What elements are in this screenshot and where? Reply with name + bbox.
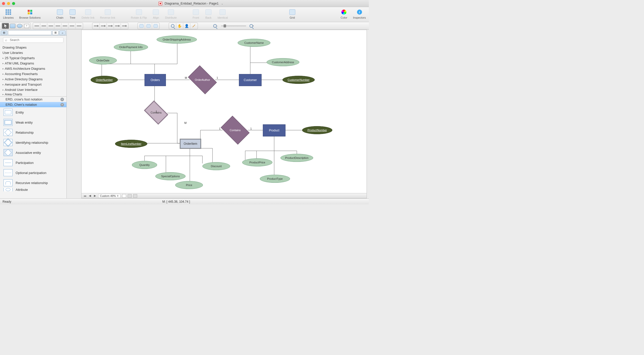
attr-product-price[interactable]: ProductPrice	[242, 158, 272, 166]
page-prev-button[interactable]: ◀	[88, 194, 92, 198]
pencil-tool[interactable]	[190, 23, 197, 29]
line-tool-4[interactable]	[114, 23, 121, 29]
shape-recursive[interactable]: Recursive relationship	[0, 178, 66, 188]
attr-quantity[interactable]: Quantity	[132, 161, 157, 169]
zoom-out-icon[interactable]: −	[212, 23, 219, 29]
shape-weak-entity[interactable]: Weak entity	[0, 117, 66, 127]
sidebar-item-aerospace[interactable]: ▸Aerospace and Transport	[0, 82, 66, 87]
identical-button: Identical	[217, 8, 228, 20]
sidebar-grid-view[interactable]: ⊞	[52, 30, 58, 35]
page-tab-2[interactable]	[128, 194, 132, 198]
attr-item-line[interactable]: ItemLineNumber	[115, 140, 147, 148]
text-tool[interactable]: ≡	[23, 23, 30, 29]
attr-orderdate[interactable]: OrderDate	[89, 56, 117, 64]
sidebar-item-drawing-shapes[interactable]: Drawing Shapes	[0, 45, 66, 50]
user-tool[interactable]: 👤	[183, 23, 190, 29]
ellipse-tool[interactable]	[16, 23, 23, 29]
tree-button[interactable]: Tree	[68, 8, 77, 20]
entity-orders[interactable]: Orders	[145, 74, 166, 86]
delete-link-button: Delete link	[81, 8, 95, 20]
entity-customer[interactable]: Customer	[239, 74, 262, 86]
window-close-button[interactable]	[2, 2, 5, 5]
shape-identifying-relationship[interactable]: Identifying relationship	[0, 137, 66, 148]
connector-tool-2[interactable]	[40, 23, 47, 29]
sidebar-view-toggle[interactable]: ▤	[1, 30, 7, 35]
entity-product[interactable]: Product	[263, 124, 285, 136]
rel-contains-left[interactable]: Contains	[146, 105, 166, 120]
back-button: Back	[204, 8, 212, 20]
inspectors-button[interactable]: iInspectors	[352, 8, 366, 20]
pointer-tool[interactable]	[2, 23, 9, 29]
page-next-button[interactable]: ▶	[93, 194, 97, 198]
attr-special-options[interactable]: SpecialOptions	[155, 172, 186, 180]
zoom-select[interactable]: Custom 49%⇕	[98, 194, 121, 198]
libraries-button[interactable]: Libraries	[3, 8, 14, 20]
sidebar-item-active-directory[interactable]: ▸Active Directory Diagrams	[0, 77, 66, 82]
attr-order-payment[interactable]: OrderPayment Info	[114, 43, 148, 51]
browse-solutions-button[interactable]: Browse Solutions	[19, 8, 41, 20]
sidebar-filter-input[interactable]	[8, 30, 51, 35]
attr-customer-address[interactable]: CustomerAddress	[267, 58, 299, 66]
rel-contains-right[interactable]: Contains	[223, 122, 247, 138]
rel-orderauthor[interactable]: OrderAuthor	[190, 72, 214, 88]
library-tab-chen[interactable]: ERD, Chen's notation ×	[0, 102, 66, 107]
pan-tool[interactable]: ✋	[176, 23, 183, 29]
close-icon[interactable]: ×	[60, 98, 64, 101]
page-first-button[interactable]: ⏮	[83, 194, 87, 198]
connector-tool-7[interactable]	[76, 23, 83, 29]
sidebar-item-area-charts[interactable]: ▸Area Charts	[0, 92, 66, 96]
zoom-slider[interactable]	[221, 25, 246, 26]
attr-order-number[interactable]: OrderNumber	[91, 76, 118, 84]
attr-product-type[interactable]: ProductType	[260, 175, 290, 183]
shape-attribute[interactable]: Attribute	[0, 188, 66, 191]
rect-tool[interactable]	[9, 23, 16, 29]
connector-tool-5[interactable]	[61, 23, 68, 29]
connector-tool-3[interactable]	[47, 23, 54, 29]
grid-button[interactable]: Grid	[288, 8, 296, 20]
zoom-tool[interactable]	[169, 23, 176, 29]
misc-tool-1[interactable]	[138, 23, 145, 29]
line-tool-3[interactable]	[107, 23, 114, 29]
window-zoom-button[interactable]	[12, 2, 15, 5]
connector-tool-1[interactable]	[33, 23, 40, 29]
attr-product-description[interactable]: ProductDescription	[280, 154, 313, 162]
shape-entity[interactable]: Entity	[0, 107, 66, 117]
attr-customer-number[interactable]: CustomerNumber	[282, 76, 315, 84]
sidebar-search-toggle[interactable]: ⌕	[59, 30, 65, 35]
page-tab-3[interactable]	[133, 194, 137, 198]
chevron-down-icon[interactable]: ⌄	[221, 2, 223, 5]
entity-orderitem[interactable]: OrderItem	[180, 139, 201, 149]
sidebar-item-aws[interactable]: ▸AWS Architecture Diagrams	[0, 66, 66, 71]
shape-associative-entity[interactable]: Associative entity	[0, 148, 66, 158]
connector-tool-6[interactable]	[68, 23, 76, 29]
line-tool-2[interactable]	[100, 23, 107, 29]
drawing-canvas[interactable]: Orders Customer Product OrderItem OrderA…	[81, 30, 367, 198]
window-minimize-button[interactable]	[7, 2, 10, 5]
sidebar-item-android[interactable]: ▸Android User Interface	[0, 87, 66, 92]
close-icon[interactable]: ×	[60, 103, 64, 106]
chain-button[interactable]: Chain	[56, 8, 64, 20]
library-search-input[interactable]	[3, 37, 63, 43]
attr-customer-name[interactable]: CustomerName	[238, 39, 270, 47]
attr-price[interactable]: Price	[175, 181, 203, 189]
shape-relationship[interactable]: Relationship	[0, 127, 66, 137]
misc-tool-2[interactable]	[145, 23, 152, 29]
line-tool-1[interactable]	[93, 23, 100, 29]
zoom-in-icon[interactable]: +	[248, 23, 255, 29]
status-ready: Ready	[3, 200, 11, 203]
sidebar-item-accounting[interactable]: ▸Accounting Flowcharts	[0, 71, 66, 77]
library-tab-crowfoot[interactable]: ERD, crow's foot notation ×	[0, 97, 66, 102]
sidebar-item-atm-uml[interactable]: ▸ATM UML Diagrams	[0, 61, 66, 66]
shape-optional-participation[interactable]: Optional participation	[0, 168, 66, 178]
color-button[interactable]: Color	[340, 8, 348, 20]
line-tool-5[interactable]	[121, 23, 128, 29]
shape-participation[interactable]: Participation	[0, 158, 66, 168]
attr-order-shipping[interactable]: OrderShippingAddress	[157, 36, 197, 44]
attr-discount[interactable]: Discount	[202, 162, 230, 170]
attr-product-number[interactable]: ProductNumber	[302, 126, 332, 134]
misc-tool-3[interactable]	[152, 23, 159, 29]
sidebar-item-orgcharts[interactable]: ▸25 Typical Orgcharts	[0, 55, 66, 61]
page-tab-1[interactable]	[122, 194, 126, 198]
connector-tool-4[interactable]	[54, 23, 61, 29]
sidebar-item-user-libraries[interactable]: User Libraries	[0, 50, 66, 55]
